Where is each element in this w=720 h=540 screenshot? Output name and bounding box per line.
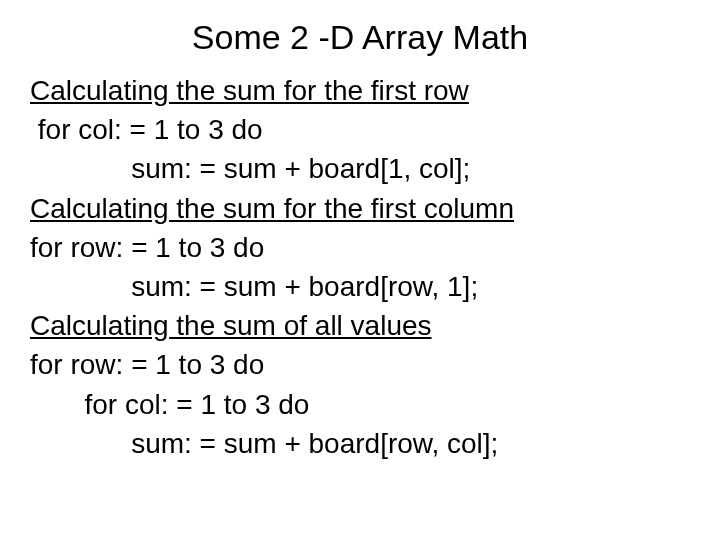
slide-body: Calculating the sum for the first row fo… [30, 71, 690, 463]
code-line: for col: = 1 to 3 do [30, 110, 690, 149]
code-line: sum: = sum + board[row, col]; [30, 424, 690, 463]
heading-row-sum: Calculating the sum for the first row [30, 71, 690, 110]
code-line: sum: = sum + board[row, 1]; [30, 267, 690, 306]
code-line: for row: = 1 to 3 do [30, 345, 690, 384]
code-line: sum: = sum + board[1, col]; [30, 149, 690, 188]
heading-all-values-sum: Calculating the sum of all values [30, 306, 690, 345]
heading-column-sum: Calculating the sum for the first column [30, 189, 690, 228]
slide-title: Some 2 -D Array Math [30, 18, 690, 57]
code-line: for col: = 1 to 3 do [30, 385, 690, 424]
slide: Some 2 -D Array Math Calculating the sum… [0, 0, 720, 540]
code-line: for row: = 1 to 3 do [30, 228, 690, 267]
